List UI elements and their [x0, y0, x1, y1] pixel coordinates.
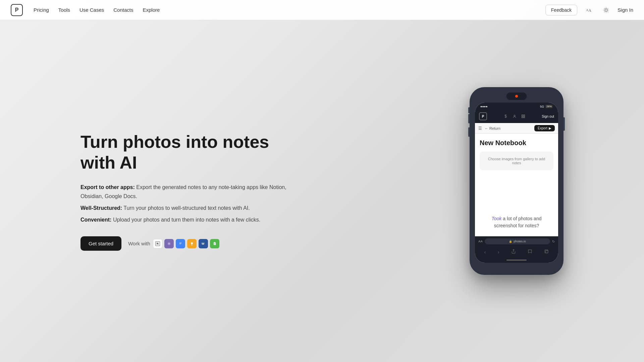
back-icon[interactable]: ‹	[484, 249, 486, 255]
hero-desc-convenient-bold: Convenient:	[80, 217, 111, 223]
reload-icon: ↻	[552, 240, 555, 243]
svg-point-28	[514, 115, 515, 116]
app-logo[interactable]: P	[11, 4, 23, 16]
svg-point-21	[191, 242, 193, 244]
svg-line-9	[604, 11, 604, 12]
return-link: ← Return	[485, 126, 500, 130]
camera-dot	[515, 95, 518, 98]
volume-up-button	[468, 114, 470, 123]
get-started-button[interactable]: Get started	[80, 236, 121, 251]
tabs-icon[interactable]	[544, 249, 549, 255]
forward-icon[interactable]: ›	[498, 249, 499, 255]
status-bar-right: 5G 28%	[540, 105, 553, 108]
font-size-icon[interactable]: A A	[583, 4, 595, 16]
logo-letter: P	[15, 7, 19, 13]
work-with: Work with N	[128, 239, 219, 248]
nav-pricing[interactable]: Pricing	[34, 7, 49, 13]
browser-chrome: AA 🔒 photes.io ↻ ‹ ›	[475, 236, 558, 263]
image-drop-area[interactable]: Choose images from gallery to add notes	[480, 152, 553, 170]
svg-point-2	[605, 9, 608, 11]
svg-point-15	[168, 243, 169, 244]
battery-pct: 28%	[545, 105, 553, 108]
svg-rect-30	[524, 115, 525, 116]
home-bar	[506, 259, 527, 261]
browser-nav: ‹ ›	[475, 246, 558, 257]
app-icons: N	[153, 239, 219, 248]
hero-desc-structured: Well-Structured: Turn your photos to wel…	[80, 203, 302, 213]
promo-highlight: Took	[492, 216, 502, 221]
nav-contacts[interactable]: Contacts	[113, 7, 133, 13]
hero-desc-convenient-rest: Upload your photos and turn them into no…	[113, 217, 260, 223]
google-keep-icon	[187, 239, 197, 248]
sign-out-label: Sign out	[542, 115, 554, 118]
hero-desc-export-bold: Export to other apps:	[80, 184, 135, 190]
network-type: 5G	[540, 105, 544, 108]
hamburger-icon: ☰	[478, 126, 482, 131]
app-header-icons: $	[503, 114, 526, 119]
svg-rect-32	[524, 117, 525, 118]
svg-rect-19	[179, 244, 181, 244]
home-bar-area	[475, 257, 558, 263]
notebook-title: New Notebook	[480, 139, 553, 147]
svg-rect-18	[179, 243, 181, 243]
phone-notch	[506, 93, 527, 100]
browser-url-bar[interactable]: 🔒 photes.io	[485, 238, 550, 244]
export-button[interactable]: Export ▶	[534, 125, 555, 131]
app-promo-text: Took a lot of photos and screenshot for …	[475, 215, 558, 229]
power-button	[564, 117, 565, 131]
volume-down-button	[468, 127, 470, 137]
nav-links: Pricing Tools Use Cases Contacts Explore	[34, 7, 160, 13]
svg-rect-35	[546, 251, 548, 253]
app-header-logo: P	[479, 112, 487, 120]
navbar: P Pricing Tools Use Cases Contacts Explo…	[0, 0, 644, 20]
signal-indicator: ●●●●	[480, 105, 488, 108]
svg-rect-29	[522, 115, 523, 116]
phone-mockup: ●●●● 5G 28% P $	[470, 87, 564, 275]
hero-desc-structured-rest: Turn your photos to well-structured text…	[123, 205, 250, 211]
google-docs-icon	[176, 239, 185, 248]
obsidian-icon	[164, 239, 174, 248]
app-main-content: New Notebook Choose images from gallery …	[475, 134, 558, 181]
browser-bar: AA 🔒 photes.io ↻	[475, 236, 558, 246]
app-toolbar: ☰ ← Return Export ▶	[475, 123, 558, 134]
silent-switch	[468, 107, 470, 113]
svg-text:A: A	[589, 8, 592, 13]
feedback-button[interactable]: Feedback	[545, 5, 577, 15]
notion-icon: N	[153, 239, 162, 248]
svg-text:N: N	[156, 242, 159, 245]
word-icon: W	[199, 239, 208, 248]
share-icon[interactable]	[511, 249, 516, 255]
svg-rect-17	[179, 243, 181, 243]
app-header: P $	[475, 110, 558, 123]
svg-rect-22	[191, 244, 192, 245]
browser-aa: AA	[478, 240, 483, 243]
svg-rect-16	[179, 241, 182, 246]
sign-in-button[interactable]: Sign In	[618, 7, 633, 13]
hero-desc-export: Export to other apps: Export the generat…	[80, 183, 302, 201]
evernote-icon	[210, 239, 219, 248]
svg-line-5	[604, 8, 604, 8]
hero-title: Turn photos into notes with AI	[80, 131, 302, 173]
status-bar: ●●●● 5G 28%	[475, 103, 558, 110]
hero-desc-convenient: Convenient: Upload your photos and turn …	[80, 215, 302, 224]
nav-tools[interactable]: Tools	[58, 7, 70, 13]
svg-rect-27	[214, 244, 215, 244]
user-icon	[512, 114, 517, 119]
hero-content: Turn photos into notes with AI Export to…	[0, 131, 302, 251]
dollar-icon: $	[503, 114, 508, 119]
svg-line-6	[608, 11, 608, 12]
hero-section: Turn photos into notes with AI Export to…	[0, 0, 644, 362]
phone-screen: ●●●● 5G 28% P $	[475, 103, 558, 263]
svg-rect-34	[545, 250, 548, 253]
theme-toggle-icon[interactable]	[600, 4, 612, 16]
svg-line-10	[608, 8, 608, 8]
nav-right: Feedback A A Sign In	[545, 4, 633, 16]
svg-rect-31	[522, 117, 523, 118]
nav-explore[interactable]: Explore	[143, 7, 160, 13]
bookmark-icon[interactable]	[528, 249, 532, 255]
hero-desc-structured-bold: Well-Structured:	[80, 205, 122, 211]
hero-actions: Get started Work with N	[80, 236, 302, 251]
svg-text:W: W	[202, 242, 205, 245]
phone-notch-area	[475, 93, 558, 100]
nav-use-cases[interactable]: Use Cases	[79, 7, 104, 13]
